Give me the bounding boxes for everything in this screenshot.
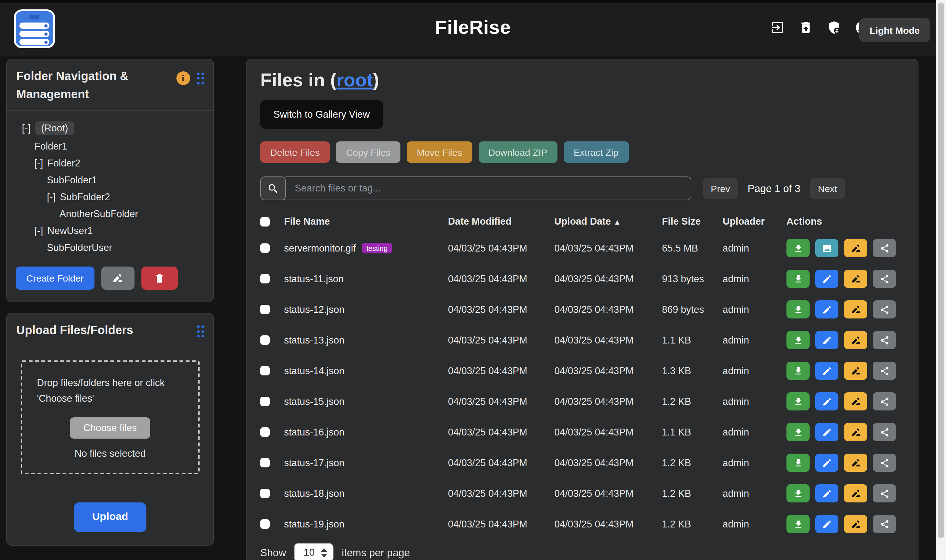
folder-name[interactable]: SubFolderUser — [47, 242, 112, 253]
root-folder-link[interactable]: root — [336, 69, 373, 90]
toolbar-copy-files-button[interactable]: Copy Files — [336, 142, 400, 163]
row-checkbox[interactable] — [260, 243, 270, 253]
info-icon[interactable]: i — [176, 71, 190, 85]
collapse-toggle[interactable]: [-] — [22, 122, 31, 134]
toolbar-download-zip-button[interactable]: Download ZIP — [478, 142, 557, 163]
row-checkbox[interactable] — [260, 458, 270, 468]
row-checkbox[interactable] — [260, 274, 270, 283]
toolbar-delete-files-button[interactable]: Delete Files — [260, 142, 330, 163]
drag-handle-icon[interactable] — [197, 72, 204, 84]
folder-name[interactable]: (Root) — [35, 121, 74, 135]
rename-file-button[interactable] — [844, 239, 867, 257]
drag-handle-icon[interactable] — [197, 325, 204, 337]
edit-file-button[interactable] — [815, 454, 838, 472]
rename-file-button[interactable] — [844, 331, 867, 349]
download-button[interactable] — [786, 392, 810, 411]
folder-tree-item[interactable]: [-] SubFolder2 — [15, 188, 205, 205]
prev-page-button[interactable]: Prev — [703, 178, 738, 199]
delete-folder-button[interactable] — [141, 266, 177, 290]
share-button[interactable] — [873, 331, 896, 349]
download-button[interactable] — [786, 239, 810, 257]
search-input[interactable] — [281, 177, 691, 200]
column-file-name[interactable]: File Name — [284, 216, 448, 227]
toolbar-extract-zip-button[interactable]: Extract Zip — [564, 142, 629, 163]
rename-file-button[interactable] — [844, 392, 867, 411]
edit-file-button[interactable] — [815, 331, 838, 349]
rename-file-button[interactable] — [844, 270, 867, 288]
restore-trash-icon[interactable] — [798, 20, 813, 35]
column-uploader[interactable]: Uploader — [723, 216, 786, 227]
select-all-checkbox[interactable] — [260, 217, 270, 226]
rename-file-button[interactable] — [844, 484, 867, 502]
edit-file-button[interactable] — [815, 362, 838, 380]
edit-file-button[interactable] — [815, 515, 838, 533]
page-scrollbar[interactable] — [936, 0, 946, 560]
collapse-toggle[interactable]: [-] — [47, 191, 56, 202]
file-dropzone[interactable]: Drop files/folders here or click 'Choose… — [21, 360, 200, 474]
preview-image-button[interactable] — [815, 239, 838, 257]
folder-tree-item[interactable]: SubFolderUser — [15, 239, 205, 256]
edit-file-button[interactable] — [815, 392, 838, 411]
download-button[interactable] — [786, 515, 810, 533]
column-date-modified[interactable]: Date Modified — [448, 216, 554, 227]
share-button[interactable] — [873, 239, 896, 257]
folder-tree-item[interactable]: [-] (Root) — [15, 118, 205, 138]
toolbar-move-files-button[interactable]: Move Files — [407, 142, 472, 163]
search-icon[interactable] — [260, 177, 286, 200]
edit-file-button[interactable] — [815, 423, 838, 441]
edit-file-button[interactable] — [815, 270, 838, 288]
download-button[interactable] — [786, 270, 810, 288]
folder-name[interactable]: SubFolder1 — [47, 174, 97, 186]
row-checkbox[interactable] — [260, 335, 270, 345]
edit-file-button[interactable] — [815, 300, 838, 318]
next-page-button[interactable]: Next — [811, 178, 845, 199]
share-button[interactable] — [873, 270, 896, 288]
folder-tree-item[interactable]: SubFolder1 — [15, 171, 205, 188]
download-button[interactable] — [786, 300, 810, 318]
folder-name[interactable]: NewUser1 — [48, 225, 93, 236]
column-upload-date[interactable]: Upload Date▲ — [554, 216, 662, 227]
collapse-toggle[interactable]: [-] — [34, 225, 43, 236]
scrollbar-thumb[interactable] — [938, 3, 944, 538]
share-button[interactable] — [873, 423, 896, 441]
rename-folder-button[interactable] — [101, 266, 134, 290]
choose-files-button[interactable]: Choose files — [71, 417, 150, 438]
download-button[interactable] — [786, 423, 810, 441]
rename-file-button[interactable] — [844, 300, 867, 318]
folder-name[interactable]: Folder1 — [34, 140, 67, 152]
logout-icon[interactable] — [770, 20, 785, 35]
switch-gallery-view-button[interactable]: Switch to Gallery View — [260, 100, 383, 129]
download-button[interactable] — [786, 484, 810, 502]
share-button[interactable] — [873, 300, 896, 318]
row-checkbox[interactable] — [260, 427, 270, 437]
rename-file-button[interactable] — [844, 515, 867, 533]
create-folder-button[interactable]: Create Folder — [15, 266, 94, 290]
share-button[interactable] — [873, 392, 896, 411]
folder-tree-item[interactable]: [-] Folder2 — [15, 155, 205, 171]
row-checkbox[interactable] — [260, 519, 270, 529]
column-file-size[interactable]: File Size — [662, 216, 723, 227]
download-button[interactable] — [786, 331, 810, 349]
share-button[interactable] — [873, 362, 896, 380]
light-mode-button[interactable]: Light Mode — [859, 18, 931, 42]
row-checkbox[interactable] — [260, 397, 270, 406]
row-checkbox[interactable] — [260, 366, 270, 375]
share-button[interactable] — [873, 515, 896, 533]
rename-file-button[interactable] — [844, 454, 867, 472]
folder-name[interactable]: AnotherSubFolder — [60, 208, 138, 219]
folder-tree-item[interactable]: Folder1 — [15, 138, 205, 155]
download-button[interactable] — [786, 454, 810, 472]
upload-button[interactable]: Upload — [74, 502, 146, 532]
folder-name[interactable]: SubFolder2 — [60, 191, 110, 202]
folder-tree-item[interactable]: AnotherSubFolder — [15, 205, 205, 222]
row-checkbox[interactable] — [260, 305, 270, 314]
share-button[interactable] — [873, 484, 896, 502]
row-checkbox[interactable] — [260, 489, 270, 498]
rename-file-button[interactable] — [844, 362, 867, 380]
download-button[interactable] — [786, 362, 810, 380]
share-button[interactable] — [873, 454, 896, 472]
edit-file-button[interactable] — [815, 484, 838, 502]
folder-tree-item[interactable]: [-] NewUser1 — [15, 222, 205, 239]
rename-file-button[interactable] — [844, 423, 867, 441]
folder-name[interactable]: Folder2 — [48, 157, 80, 169]
